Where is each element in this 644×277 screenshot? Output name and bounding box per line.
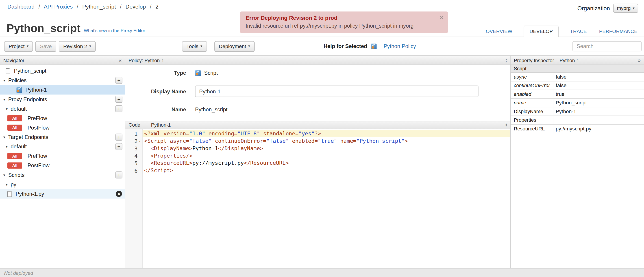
code-fold-icon[interactable]: ▾ [138, 139, 142, 143]
collapse-vertical-icon[interactable]: ▴ ▾ [506, 58, 507, 62]
add-script-button[interactable]: + [116, 171, 122, 178]
search-input[interactable] [572, 41, 642, 51]
close-icon[interactable]: × [440, 14, 444, 21]
revision-button-label: Revision 2 [63, 43, 87, 49]
display-name-input[interactable] [195, 86, 478, 97]
property-value[interactable]: Python-1 [553, 109, 644, 115]
file-icon [8, 191, 12, 197]
property-table: Script async false continueOnError false… [510, 65, 644, 133]
breadcrumb-develop: Develop [126, 4, 146, 10]
add-target-endpoint-button[interactable]: + [116, 134, 122, 141]
property-row: DisplayName Python-1 [510, 107, 644, 116]
add-flow-button[interactable]: + [116, 105, 122, 112]
navigator-tree: Python_script ▾ Policies + Python-1 ▾ Pr… [0, 65, 125, 268]
main-area: Navigator « Python_script ▾ Policies + P… [0, 56, 644, 268]
breadcrumb-separator: / [150, 4, 151, 10]
tree-item-label: PreFlow [28, 115, 47, 121]
tab-overview[interactable]: OVERVIEW [485, 26, 513, 37]
tree-item-proxy-root[interactable]: Python_script [0, 66, 125, 76]
apigee-proxy-editor: Dashboard / API Proxies / Python_script … [0, 0, 644, 277]
property-key: async [510, 73, 553, 81]
tree-item-py-folder[interactable]: ▾ py [0, 180, 125, 189]
property-value[interactable]: false [553, 74, 644, 80]
error-banner: × Error Deploying Revision 2 to prod Inv… [240, 12, 448, 33]
caret-down-icon: ▾ [248, 45, 250, 48]
tree-section-target-endpoints[interactable]: ▾ Target Endpoints + [0, 132, 125, 142]
tree-item-label: default [11, 143, 27, 149]
whats-new-link[interactable]: What's new in the Proxy Editor [84, 28, 145, 33]
tree-item-proxy-default[interactable]: ▾ default + [0, 104, 125, 113]
tab-trace[interactable]: TRACE [569, 26, 588, 37]
policy-header-title: Policy: Python-1 [128, 58, 164, 63]
tree-item-target-default[interactable]: ▾ default + [0, 142, 125, 151]
tree-expanded-icon[interactable]: ▾ [6, 107, 11, 111]
tree-item-target-postflow[interactable]: All PostFlow [0, 161, 125, 170]
page-title: Python_script [6, 23, 80, 35]
type-value: Script [204, 70, 218, 76]
tree-item-proxy-preflow[interactable]: All PreFlow [0, 114, 125, 123]
tree-item-proxy-postflow[interactable]: All PostFlow [0, 123, 125, 132]
code-line[interactable]: <Script async="false" continueOnError="f… [142, 137, 510, 145]
project-button[interactable]: Project ▾ [4, 41, 33, 52]
property-key: enabled [510, 90, 553, 98]
delete-file-icon[interactable]: × [116, 191, 122, 197]
tree-item-python-1[interactable]: Python-1 [0, 85, 125, 95]
tree-section-policies[interactable]: ▾ Policies + [0, 76, 125, 85]
name-value: Python_script [195, 106, 227, 112]
script-policy-icon [16, 87, 22, 93]
breadcrumb-dashboard[interactable]: Dashboard [8, 4, 34, 10]
tree-section-scripts[interactable]: ▾ Scripts + [0, 170, 125, 180]
tree-item-target-preflow[interactable]: All PreFlow [0, 151, 125, 161]
add-proxy-endpoint-button[interactable]: + [116, 96, 122, 103]
deployment-button[interactable]: Deployment ▾ [214, 41, 254, 52]
tree-expanded-icon[interactable]: ▾ [3, 97, 8, 101]
tree-expanded-icon[interactable]: ▾ [3, 135, 8, 139]
organization-select[interactable]: myorg ▾ [613, 4, 638, 13]
property-key: continueOnError [510, 82, 553, 90]
code-line[interactable]: </Script> [142, 167, 510, 174]
code-line[interactable]: <ResourceURL>py://myscript.py</ResourceU… [142, 160, 510, 167]
tree-expanded-icon[interactable]: ▾ [6, 182, 11, 186]
error-banner-message: Invalid resource url ref py://myscript.p… [246, 23, 435, 29]
code-header-label: Code [128, 122, 140, 128]
property-row: name Python_script [510, 99, 644, 107]
property-value[interactable]: py://myscript.py [553, 126, 644, 132]
property-value[interactable]: false [553, 83, 644, 88]
save-button-label: Save [40, 43, 52, 49]
breadcrumb-api-proxies[interactable]: API Proxies [44, 4, 73, 10]
property-key: ResourceURL [510, 125, 553, 133]
save-button[interactable]: Save [36, 41, 56, 52]
tab-develop[interactable]: DEVELOP [524, 26, 558, 37]
code-line[interactable]: <DisplayName>Python-1</DisplayName> [142, 145, 510, 152]
caret-down-icon: ▾ [200, 45, 202, 48]
status-bar: Not deployed [0, 268, 644, 277]
tree-expanded-icon[interactable]: ▾ [3, 78, 8, 82]
add-flow-button[interactable]: + [116, 143, 122, 150]
tree-item-label: Python-1.py [16, 191, 44, 197]
tree-expanded-icon[interactable]: ▾ [3, 173, 8, 177]
tree-section-label: Proxy Endpoints [8, 96, 47, 102]
code-editor[interactable]: 12▾3456 <?xml version="1.0" encoding="UT… [125, 129, 510, 268]
code-line[interactable]: <Properties/> [142, 152, 510, 160]
add-policy-button[interactable]: + [116, 77, 122, 84]
revision-button[interactable]: Revision 2 ▾ [59, 41, 96, 52]
tab-performance[interactable]: PERFORMANCE [598, 26, 638, 37]
code-lines[interactable]: <?xml version="1.0" encoding="UTF-8" sta… [142, 129, 510, 268]
expand-right-icon[interactable]: » [638, 58, 641, 63]
python-policy-link[interactable]: Python Policy [384, 43, 416, 49]
tools-button[interactable]: Tools ▾ [182, 41, 207, 52]
tree-expanded-icon[interactable]: ▾ [6, 145, 11, 149]
tree-item-label: PreFlow [28, 153, 47, 159]
collapse-left-icon[interactable]: « [118, 58, 122, 63]
display-name-label: Display Name [125, 88, 186, 94]
expand-vertical-icon[interactable]: ▴ ▾ [506, 123, 507, 127]
property-value[interactable]: true [553, 91, 644, 97]
property-key: Properties [510, 116, 553, 124]
property-value[interactable]: Python_script [553, 100, 644, 106]
tree-section-proxy-endpoints[interactable]: ▾ Proxy Endpoints + [0, 95, 125, 104]
document-icon [6, 68, 10, 74]
tree-section-label: Scripts [8, 172, 25, 178]
gutter-row: 4 [125, 152, 142, 160]
code-line[interactable]: <?xml version="1.0" encoding="UTF-8" sta… [142, 130, 510, 137]
tree-item-python-1-py[interactable]: Python-1.py × [0, 189, 125, 199]
